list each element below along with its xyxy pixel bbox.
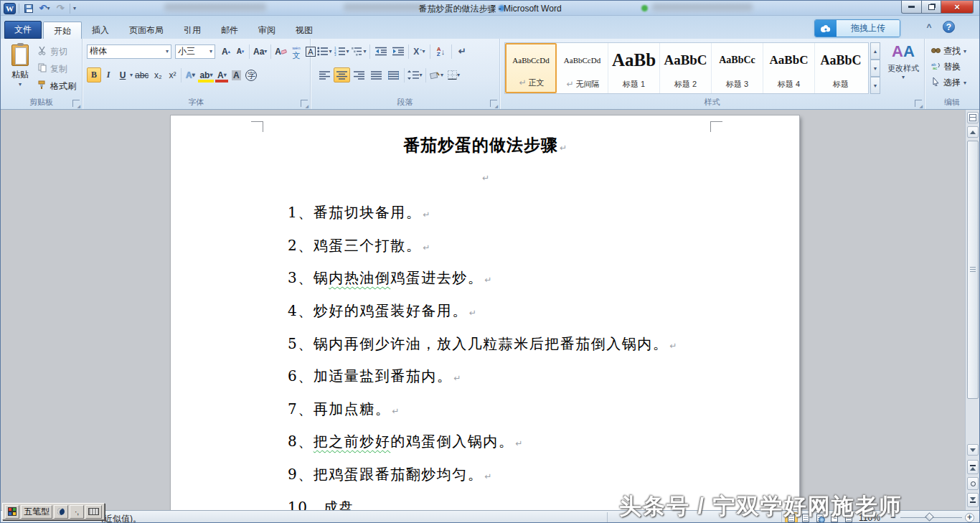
- minimize-icon: [908, 6, 915, 8]
- replace-button[interactable]: abac 替换: [930, 60, 978, 73]
- tab-home[interactable]: 开始: [43, 22, 82, 39]
- style-no-spacing[interactable]: AaBbCcDd ↵ 无间隔: [557, 43, 608, 93]
- select-browse-object-button[interactable]: [967, 477, 979, 490]
- style-scroll-up-button[interactable]: ▲: [870, 42, 880, 60]
- clear-formatting-button[interactable]: A: [273, 44, 289, 59]
- minimize-button[interactable]: [901, 1, 922, 14]
- font-dialog-launcher[interactable]: [301, 100, 308, 107]
- superscript-button[interactable]: x²: [165, 67, 179, 83]
- sort-button[interactable]: AZ↓: [433, 44, 449, 59]
- scroll-down-button[interactable]: [967, 444, 979, 456]
- text-effects-label: A: [186, 70, 192, 80]
- distribute-button[interactable]: [385, 67, 402, 83]
- change-styles-button[interactable]: AA 更改样式 ▾: [885, 42, 922, 95]
- shading-button[interactable]: ▾: [428, 67, 445, 83]
- restore-button[interactable]: [922, 1, 941, 14]
- font-family-combobox[interactable]: 楷体 ▾: [87, 44, 171, 59]
- change-case-button[interactable]: Aa▾: [251, 44, 269, 59]
- style-heading4[interactable]: AaBbC 标题 4: [763, 43, 815, 93]
- tab-file[interactable]: 文件: [4, 21, 42, 39]
- shrink-font-button[interactable]: A: [233, 44, 248, 59]
- align-center-button[interactable]: [334, 67, 350, 83]
- style-gallery-more-button[interactable]: ▼: [870, 77, 880, 94]
- tab-insert[interactable]: 插入: [82, 22, 119, 39]
- decrease-indent-button[interactable]: [372, 44, 389, 59]
- underline-label: U: [120, 70, 126, 80]
- ime-language-button[interactable]: [5, 505, 19, 519]
- ime-fullwidth-button[interactable]: [54, 505, 68, 519]
- align-left-button[interactable]: [316, 67, 333, 83]
- style-preview: AaBbCc: [712, 43, 763, 77]
- style-normal[interactable]: AaBbCcDd ↵ 正文: [505, 43, 557, 93]
- asian-layout-button[interactable]: X⁺▾: [411, 44, 428, 59]
- character-shading-button[interactable]: A: [229, 67, 243, 83]
- ime-mode-button[interactable]: 五笔型: [21, 505, 52, 519]
- line-spacing-button[interactable]: ▾: [407, 67, 423, 83]
- pilcrow-icon: ↵: [514, 438, 522, 448]
- style-heading3[interactable]: AaBbCc 标题 3: [712, 43, 763, 93]
- copy-button[interactable]: 复制: [37, 62, 81, 76]
- text-effects-button[interactable]: A▾: [183, 67, 197, 83]
- show-hide-marks-button[interactable]: ↵: [454, 44, 471, 59]
- minimize-ribbon-button[interactable]: ^: [923, 23, 935, 33]
- pilcrow-icon: ↵: [481, 173, 489, 183]
- paste-button[interactable]: 粘贴 ▾: [6, 43, 34, 96]
- close-button[interactable]: ×: [941, 1, 974, 14]
- style-heading1[interactable]: AaBb 标题 1: [608, 43, 660, 93]
- bold-button[interactable]: B: [87, 67, 101, 83]
- style-preview: AaBb: [608, 43, 659, 77]
- increase-indent-button[interactable]: [390, 44, 406, 59]
- drag-upload-button[interactable]: 拖拽上传: [814, 19, 900, 37]
- spellcheck-squiggle: 把之前炒好: [314, 433, 391, 450]
- underline-button[interactable]: U: [116, 67, 130, 83]
- ruler-toggle-button[interactable]: [967, 112, 979, 123]
- numbering-button[interactable]: 123▾: [334, 44, 350, 59]
- paragraph-dialog-launcher[interactable]: [490, 100, 497, 107]
- tab-references[interactable]: 引用: [174, 22, 211, 39]
- asian-layout-label: X: [413, 47, 419, 57]
- select-button[interactable]: 选择 ▾: [930, 76, 978, 89]
- clipboard-dialog-launcher[interactable]: [72, 100, 80, 107]
- italic-button[interactable]: I: [101, 67, 116, 83]
- scrollbar-thumb[interactable]: [967, 141, 979, 399]
- style-title[interactable]: AaBbC 标题: [815, 43, 867, 93]
- document-page[interactable]: 番茄炒蛋的做法步骤↵ ↵ 1、番茄切块备用。↵ 2、鸡蛋三个打散。↵ 3、锅内热…: [171, 116, 799, 510]
- arrow-up-icon: [970, 131, 976, 134]
- close-icon: ×: [954, 2, 960, 11]
- select-label: 选择: [943, 77, 961, 89]
- editing-group-label: 编辑: [925, 97, 979, 108]
- group-paragraph: ▾ 123▾ ▾ X⁺▾ AZ↓ ↵ ▾: [311, 39, 500, 109]
- font-color-button[interactable]: A▾: [215, 67, 229, 83]
- format-painter-button[interactable]: 格式刷: [37, 79, 81, 93]
- vertical-scrollbar[interactable]: [965, 110, 979, 510]
- arrow-down-icon: [970, 448, 976, 452]
- find-button[interactable]: 查找 ▾: [930, 44, 978, 57]
- phonetic-guide-button[interactable]: wén文: [289, 44, 303, 59]
- grow-font-button[interactable]: A: [219, 44, 233, 59]
- ime-punctuation-button[interactable]: ·,: [70, 505, 84, 519]
- style-scroll-down-button[interactable]: ▼: [870, 60, 880, 77]
- enclose-characters-button[interactable]: 字: [243, 67, 259, 83]
- doc-line-10: 10、成盘: [288, 498, 354, 510]
- bullets-button[interactable]: ▾: [316, 44, 333, 59]
- help-button[interactable]: ?: [943, 21, 955, 33]
- scroll-up-button[interactable]: [967, 126, 979, 138]
- borders-button[interactable]: ▾: [446, 67, 462, 83]
- justify-button[interactable]: [368, 67, 385, 83]
- font-size-combobox[interactable]: 小三 ▾: [175, 44, 215, 59]
- tab-mailings[interactable]: 邮件: [211, 22, 248, 39]
- subscript-button[interactable]: x₂: [151, 67, 165, 83]
- strikethrough-button[interactable]: abc: [133, 67, 151, 83]
- styles-dialog-launcher[interactable]: [915, 100, 922, 107]
- tab-page-layout[interactable]: 页面布局: [119, 22, 174, 39]
- style-heading2[interactable]: AaBbC 标题 2: [660, 43, 712, 93]
- highlight-button[interactable]: ab▾: [197, 67, 215, 83]
- cut-button[interactable]: 剪切: [37, 44, 81, 59]
- highlight-label: ab: [199, 70, 209, 80]
- multilevel-list-button[interactable]: ▾: [351, 44, 367, 59]
- tab-view[interactable]: 视图: [286, 22, 323, 39]
- align-right-button[interactable]: [351, 67, 367, 83]
- tab-review[interactable]: 审阅: [248, 22, 286, 39]
- ime-softkeyboard-button[interactable]: [85, 505, 102, 519]
- previous-page-button[interactable]: [967, 460, 979, 474]
